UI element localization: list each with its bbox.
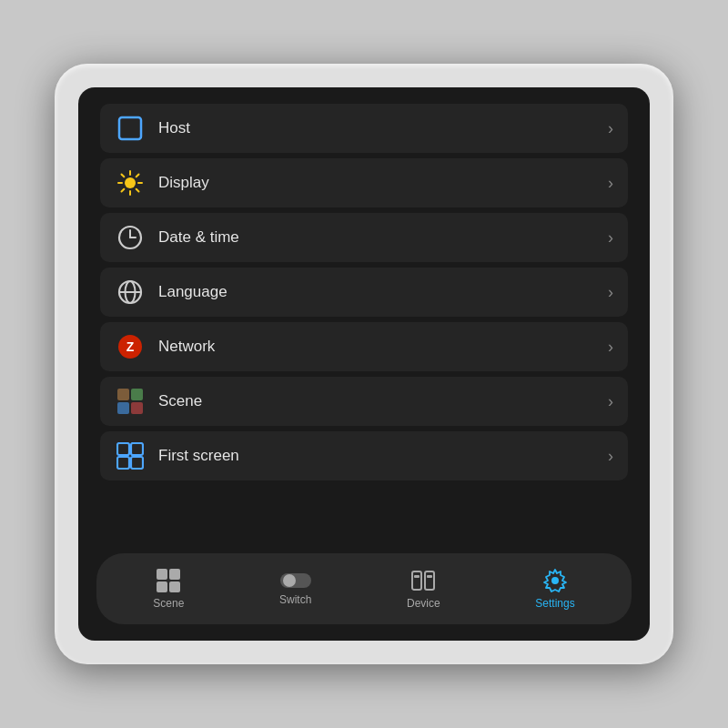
svg-line-6 [122,175,125,177]
nav-item-scene[interactable]: Scene [136,562,200,615]
menu-item-language[interactable]: Language › [100,268,628,317]
svg-rect-18 [117,389,129,400]
menu-label-scene: Scene [158,392,608,410]
svg-rect-23 [131,443,143,455]
menu-item-display[interactable]: Display › [100,158,628,207]
svg-rect-27 [169,569,180,580]
chevron-display-icon: › [608,174,613,193]
nav-scene-icon [156,568,181,593]
menu-item-host[interactable]: Host › [100,104,628,153]
nav-item-settings[interactable]: Settings [519,562,591,615]
svg-line-8 [136,175,139,177]
svg-rect-20 [117,402,129,414]
menu-item-network[interactable]: Z Network › [100,322,628,371]
clock-icon [115,222,146,253]
svg-rect-34 [414,575,420,578]
menu-label-network: Network [158,338,608,356]
menu-list: Host › [78,87,650,553]
menu-label-language: Language [158,283,608,301]
nav-item-device[interactable]: Device [390,562,457,615]
scene-icon [115,386,146,417]
chevron-firstscreen-icon: › [608,447,613,466]
nav-settings-icon [542,568,568,593]
svg-rect-33 [425,571,434,590]
chevron-host-icon: › [608,119,613,138]
svg-point-1 [125,177,136,188]
nav-label-device: Device [407,597,440,610]
firstscreen-icon [115,440,146,471]
svg-rect-25 [131,457,143,469]
chevron-network-icon: › [608,338,613,357]
svg-rect-35 [427,575,432,578]
nav-switch-icon [280,571,311,590]
svg-rect-0 [119,117,141,139]
svg-rect-28 [157,581,167,592]
nav-label-settings: Settings [535,597,574,610]
nav-item-switch[interactable]: Switch [263,566,328,612]
bottom-nav: Scene Switch Device [96,553,632,624]
menu-item-datetime[interactable]: Date & time › [100,213,628,262]
menu-label-datetime: Date & time [158,228,608,247]
device-screen: Host › [78,87,650,641]
language-icon [115,277,146,308]
svg-rect-26 [157,569,167,580]
chevron-language-icon: › [608,283,613,302]
chevron-scene-icon: › [608,392,613,411]
sun-icon [115,167,146,198]
svg-text:Z: Z [126,339,135,354]
menu-label-firstscreen: First screen [158,447,608,465]
menu-item-scene[interactable]: Scene › [100,377,628,426]
device-outer: Host › [55,64,673,664]
svg-rect-22 [117,443,129,455]
svg-point-31 [283,574,296,587]
chevron-datetime-icon: › [608,228,613,248]
nav-label-scene: Scene [153,597,184,610]
svg-rect-21 [131,402,143,414]
svg-point-36 [551,577,559,584]
svg-line-7 [136,189,139,192]
nav-device-icon [410,568,436,593]
menu-item-firstscreen[interactable]: First screen › [100,431,628,480]
svg-line-9 [122,189,125,192]
svg-rect-24 [117,457,129,469]
network-icon: Z [115,331,146,362]
svg-rect-32 [412,571,421,590]
menu-label-host: Host [158,119,608,137]
nav-label-switch: Switch [279,593,311,606]
svg-rect-19 [131,389,143,400]
svg-rect-29 [169,581,180,592]
host-icon [115,113,146,144]
menu-label-display: Display [158,174,608,192]
